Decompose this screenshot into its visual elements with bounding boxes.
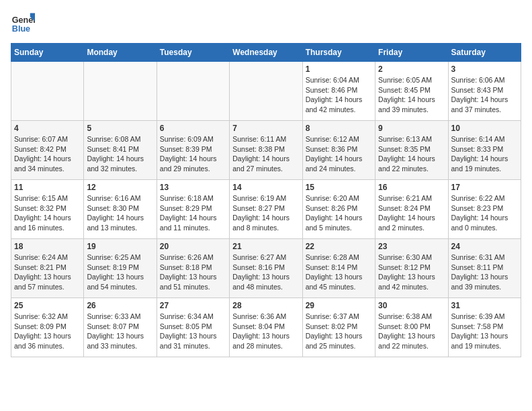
day-number: 22 xyxy=(306,242,372,251)
day-number: 10 xyxy=(451,124,518,133)
calendar-cell: 31Sunrise: 6:39 AMSunset: 7:58 PMDayligh… xyxy=(448,298,521,357)
day-header-sunday: Sunday xyxy=(11,44,84,62)
calendar-cell xyxy=(230,62,302,121)
day-number: 23 xyxy=(378,242,445,251)
day-info: Sunrise: 6:36 AMSunset: 8:04 PMDaylight:… xyxy=(232,312,299,351)
day-number: 24 xyxy=(451,242,518,251)
day-number: 20 xyxy=(160,242,226,251)
day-info: Sunrise: 6:30 AMSunset: 8:12 PMDaylight:… xyxy=(378,253,445,292)
day-info: Sunrise: 6:11 AMSunset: 8:38 PMDaylight:… xyxy=(232,134,299,174)
day-number: 19 xyxy=(87,242,153,251)
calendar-cell: 27Sunrise: 6:34 AMSunset: 8:05 PMDayligh… xyxy=(157,298,229,357)
day-info: Sunrise: 6:33 AMSunset: 8:07 PMDaylight:… xyxy=(87,312,153,351)
day-info: Sunrise: 6:14 AMSunset: 8:33 PMDaylight:… xyxy=(451,134,518,174)
day-number: 11 xyxy=(14,183,81,192)
day-info: Sunrise: 6:18 AMSunset: 8:29 PMDaylight:… xyxy=(160,193,226,233)
calendar-cell xyxy=(84,62,157,121)
day-header-friday: Friday xyxy=(375,44,448,62)
day-info: Sunrise: 6:07 AMSunset: 8:42 PMDaylight:… xyxy=(14,134,81,174)
day-info: Sunrise: 6:05 AMSunset: 8:45 PMDaylight:… xyxy=(378,75,445,115)
day-number: 12 xyxy=(87,183,153,192)
calendar-cell: 21Sunrise: 6:27 AMSunset: 8:16 PMDayligh… xyxy=(230,239,302,298)
calendar-cell: 26Sunrise: 6:33 AMSunset: 8:07 PMDayligh… xyxy=(84,298,157,357)
calendar-cell: 28Sunrise: 6:36 AMSunset: 8:04 PMDayligh… xyxy=(230,298,302,357)
calendar-cell: 23Sunrise: 6:30 AMSunset: 8:12 PMDayligh… xyxy=(375,239,448,298)
day-info: Sunrise: 6:34 AMSunset: 8:05 PMDaylight:… xyxy=(160,312,226,351)
calendar-cell: 13Sunrise: 6:18 AMSunset: 8:29 PMDayligh… xyxy=(157,180,229,239)
day-info: Sunrise: 6:15 AMSunset: 8:32 PMDaylight:… xyxy=(14,193,81,233)
calendar-week-row: 4Sunrise: 6:07 AMSunset: 8:42 PMDaylight… xyxy=(11,121,521,180)
day-info: Sunrise: 6:24 AMSunset: 8:21 PMDaylight:… xyxy=(14,253,81,292)
day-header-tuesday: Tuesday xyxy=(157,44,229,62)
day-number: 27 xyxy=(160,301,226,310)
svg-text:Blue: Blue xyxy=(12,24,30,34)
calendar-cell: 4Sunrise: 6:07 AMSunset: 8:42 PMDaylight… xyxy=(11,121,84,180)
calendar-cell: 17Sunrise: 6:22 AMSunset: 8:23 PMDayligh… xyxy=(448,180,521,239)
day-number: 13 xyxy=(160,183,226,192)
day-header-wednesday: Wednesday xyxy=(230,44,302,62)
calendar-cell: 7Sunrise: 6:11 AMSunset: 8:38 PMDaylight… xyxy=(230,121,302,180)
calendar-cell: 18Sunrise: 6:24 AMSunset: 8:21 PMDayligh… xyxy=(11,239,84,298)
day-info: Sunrise: 6:08 AMSunset: 8:41 PMDaylight:… xyxy=(87,134,153,174)
calendar-cell: 19Sunrise: 6:25 AMSunset: 8:19 PMDayligh… xyxy=(84,239,157,298)
calendar-week-row: 11Sunrise: 6:15 AMSunset: 8:32 PMDayligh… xyxy=(11,180,521,239)
day-number: 18 xyxy=(14,242,81,251)
day-number: 6 xyxy=(160,124,226,133)
day-info: Sunrise: 6:25 AMSunset: 8:19 PMDaylight:… xyxy=(87,253,153,292)
day-info: Sunrise: 6:32 AMSunset: 8:09 PMDaylight:… xyxy=(14,312,81,351)
calendar-table: SundayMondayTuesdayWednesdayThursdayFrid… xyxy=(11,43,521,357)
calendar-cell xyxy=(11,62,84,121)
logo-icon: General Blue xyxy=(11,11,35,35)
day-info: Sunrise: 6:16 AMSunset: 8:30 PMDaylight:… xyxy=(87,193,153,233)
calendar-cell: 11Sunrise: 6:15 AMSunset: 8:32 PMDayligh… xyxy=(11,180,84,239)
day-info: Sunrise: 6:39 AMSunset: 7:58 PMDaylight:… xyxy=(451,312,518,351)
day-number: 3 xyxy=(451,64,518,74)
calendar-week-row: 25Sunrise: 6:32 AMSunset: 8:09 PMDayligh… xyxy=(11,298,521,357)
calendar-cell: 6Sunrise: 6:09 AMSunset: 8:39 PMDaylight… xyxy=(157,121,229,180)
day-number: 30 xyxy=(378,301,445,310)
day-number: 25 xyxy=(14,301,81,310)
day-info: Sunrise: 6:06 AMSunset: 8:43 PMDaylight:… xyxy=(451,75,518,115)
day-number: 14 xyxy=(232,183,299,192)
day-info: Sunrise: 6:04 AMSunset: 8:46 PMDaylight:… xyxy=(306,75,372,115)
day-number: 26 xyxy=(87,301,153,310)
day-info: Sunrise: 6:38 AMSunset: 8:00 PMDaylight:… xyxy=(378,312,445,351)
day-number: 9 xyxy=(378,124,445,133)
calendar-cell: 2Sunrise: 6:05 AMSunset: 8:45 PMDaylight… xyxy=(375,62,448,121)
day-number: 8 xyxy=(306,124,372,133)
day-header-thursday: Thursday xyxy=(302,44,375,62)
calendar-cell: 16Sunrise: 6:21 AMSunset: 8:24 PMDayligh… xyxy=(375,180,448,239)
calendar-cell: 29Sunrise: 6:37 AMSunset: 8:02 PMDayligh… xyxy=(302,298,375,357)
calendar-cell: 15Sunrise: 6:20 AMSunset: 8:26 PMDayligh… xyxy=(302,180,375,239)
day-info: Sunrise: 6:26 AMSunset: 8:18 PMDaylight:… xyxy=(160,253,226,292)
day-info: Sunrise: 6:31 AMSunset: 8:11 PMDaylight:… xyxy=(451,253,518,292)
day-info: Sunrise: 6:22 AMSunset: 8:23 PMDaylight:… xyxy=(451,193,518,233)
calendar-cell: 30Sunrise: 6:38 AMSunset: 8:00 PMDayligh… xyxy=(375,298,448,357)
day-info: Sunrise: 6:28 AMSunset: 8:14 PMDaylight:… xyxy=(306,253,372,292)
calendar-cell: 8Sunrise: 6:12 AMSunset: 8:36 PMDaylight… xyxy=(302,121,375,180)
calendar-week-row: 1Sunrise: 6:04 AMSunset: 8:46 PMDaylight… xyxy=(11,62,521,121)
day-info: Sunrise: 6:21 AMSunset: 8:24 PMDaylight:… xyxy=(378,193,445,233)
day-info: Sunrise: 6:27 AMSunset: 8:16 PMDaylight:… xyxy=(232,253,299,292)
calendar-cell xyxy=(157,62,229,121)
logo: General Blue xyxy=(11,11,35,35)
day-header-monday: Monday xyxy=(84,44,157,62)
day-number: 16 xyxy=(378,183,445,192)
day-number: 2 xyxy=(378,64,445,74)
day-number: 7 xyxy=(232,124,299,133)
day-info: Sunrise: 6:09 AMSunset: 8:39 PMDaylight:… xyxy=(160,134,226,174)
calendar-cell: 25Sunrise: 6:32 AMSunset: 8:09 PMDayligh… xyxy=(11,298,84,357)
day-number: 5 xyxy=(87,124,153,133)
day-number: 31 xyxy=(451,301,518,310)
calendar-cell: 1Sunrise: 6:04 AMSunset: 8:46 PMDaylight… xyxy=(302,62,375,121)
day-number: 29 xyxy=(306,301,372,310)
calendar-cell: 9Sunrise: 6:13 AMSunset: 8:35 PMDaylight… xyxy=(375,121,448,180)
calendar-cell: 14Sunrise: 6:19 AMSunset: 8:27 PMDayligh… xyxy=(230,180,302,239)
calendar-cell: 3Sunrise: 6:06 AMSunset: 8:43 PMDaylight… xyxy=(448,62,521,121)
calendar-cell: 10Sunrise: 6:14 AMSunset: 8:33 PMDayligh… xyxy=(448,121,521,180)
day-info: Sunrise: 6:19 AMSunset: 8:27 PMDaylight:… xyxy=(232,193,299,233)
day-header-saturday: Saturday xyxy=(448,44,521,62)
calendar-body: 1Sunrise: 6:04 AMSunset: 8:46 PMDaylight… xyxy=(11,62,521,357)
day-number: 17 xyxy=(451,183,518,192)
day-number: 1 xyxy=(306,64,372,74)
